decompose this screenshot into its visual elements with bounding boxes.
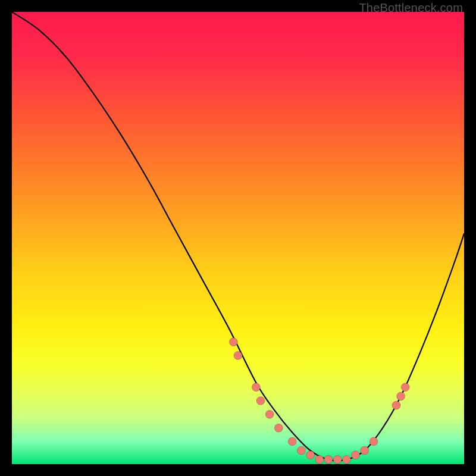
- data-points: [229, 338, 409, 464]
- data-point-p19: [401, 383, 409, 392]
- data-point-p8: [297, 446, 305, 455]
- data-point-p13: [342, 455, 350, 464]
- data-point-p16: [369, 437, 378, 446]
- data-point-p9: [306, 451, 315, 459]
- data-point-p14: [352, 451, 360, 459]
- curve-layer: [12, 12, 464, 464]
- data-point-p3: [252, 383, 260, 392]
- data-point-p2: [234, 352, 242, 360]
- data-point-p15: [361, 446, 369, 455]
- data-point-p4: [256, 397, 265, 405]
- chart-frame: TheBottleneck.com: [0, 0, 476, 476]
- data-point-p7: [288, 437, 296, 446]
- data-point-p6: [274, 424, 283, 432]
- data-point-p1: [229, 338, 237, 346]
- data-point-p12: [333, 455, 342, 464]
- bottleneck-curve: [12, 12, 464, 461]
- data-point-p10: [315, 455, 324, 464]
- data-point-p18: [397, 392, 405, 400]
- data-point-p5: [265, 410, 274, 418]
- data-point-p11: [324, 455, 333, 464]
- plot-area: [12, 12, 464, 464]
- data-point-p17: [392, 401, 400, 409]
